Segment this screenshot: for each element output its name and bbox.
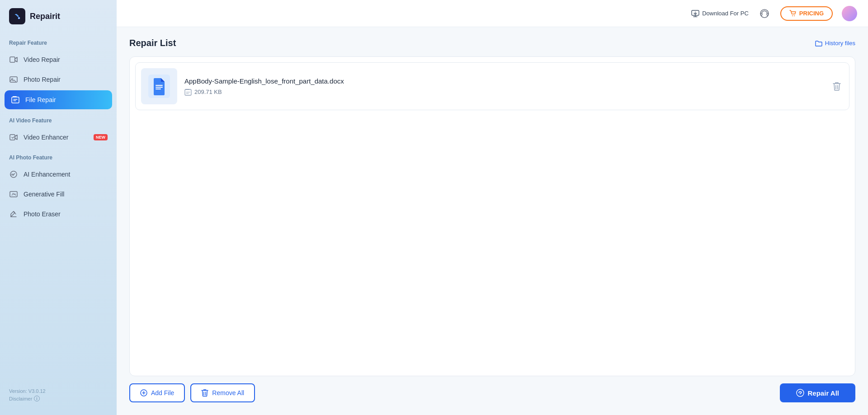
repair-icon: [796, 389, 804, 397]
content-area: Repair List History files: [117, 27, 868, 415]
support-button[interactable]: [758, 7, 771, 20]
header: Download For PC PRICING: [117, 0, 868, 27]
sidebar-item-video-repair[interactable]: Video Repair: [0, 50, 117, 69]
file-size-row: 209.71 KB: [184, 89, 844, 96]
remove-all-label: Remove All: [212, 389, 244, 396]
download-for-pc-button[interactable]: Download For PC: [691, 9, 749, 18]
monitor-icon: [691, 9, 699, 18]
svg-point-17: [794, 15, 795, 16]
svg-text:AI: AI: [11, 173, 14, 176]
sidebar-item-file-repair-label: File Repair: [25, 96, 106, 103]
video-repair-icon: [9, 55, 18, 64]
sidebar-item-video-repair-label: Video Repair: [24, 56, 108, 63]
file-thumbnail: [141, 68, 177, 104]
sidebar-item-generative-fill[interactable]: Generative Fill: [0, 185, 117, 204]
history-files-button[interactable]: History files: [815, 40, 855, 47]
section-label-ai-photo: AI Photo Feature: [0, 147, 117, 164]
sidebar: Repairit Repair Feature Video Repair Pho…: [0, 0, 117, 415]
svg-rect-2: [10, 57, 15, 62]
video-enhancer-icon: [9, 133, 18, 142]
add-file-label: Add File: [151, 389, 174, 396]
file-list-area: AppBody-Sample-English_lose_front_part_d…: [129, 56, 855, 376]
version-label: Version: V3.0.12: [9, 388, 108, 394]
disclaimer-label: Disclaimer: [9, 396, 32, 401]
sidebar-item-photo-eraser-label: Photo Eraser: [24, 210, 108, 218]
docx-file-icon: [148, 75, 170, 98]
remove-all-button[interactable]: Remove All: [190, 383, 255, 402]
generative-fill-icon: [9, 190, 18, 199]
delete-file-button[interactable]: [831, 80, 843, 93]
sidebar-item-video-enhancer[interactable]: Video Enhancer NEW: [0, 128, 117, 147]
sidebar-item-photo-repair[interactable]: Photo Repair: [0, 70, 117, 89]
sidebar-item-photo-repair-label: Photo Repair: [24, 76, 108, 83]
pricing-button[interactable]: PRICING: [780, 6, 833, 21]
history-files-label: History files: [825, 40, 855, 47]
svg-rect-6: [12, 97, 19, 103]
file-size: 209.71 KB: [194, 89, 222, 95]
photo-eraser-icon: [9, 210, 18, 219]
repair-all-label: Repair All: [808, 389, 839, 397]
sidebar-item-photo-eraser[interactable]: Photo Eraser: [0, 205, 117, 224]
bottom-bar: Add File Remove All Repair All: [129, 376, 855, 404]
repair-all-button[interactable]: Repair All: [780, 383, 855, 402]
file-name: AppBody-Sample-English_lose_front_part_d…: [184, 77, 844, 85]
headset-icon: [760, 9, 769, 19]
file-repair-icon: [11, 95, 20, 104]
folder-icon: [815, 40, 822, 47]
svg-point-16: [792, 15, 793, 16]
photo-repair-icon: [9, 75, 18, 84]
sidebar-footer: Version: V3.0.12 Disclaimer: [0, 384, 117, 406]
svg-rect-7: [10, 135, 15, 140]
bottom-left-actions: Add File Remove All: [129, 383, 255, 402]
app-name: Repairit: [30, 12, 60, 21]
table-row: AppBody-Sample-English_lose_front_part_d…: [135, 62, 849, 110]
sidebar-item-ai-enhancement-label: AI Enhancement: [24, 171, 108, 178]
section-label-ai-video: AI Video Feature: [0, 110, 117, 127]
logo-area[interactable]: Repairit: [0, 0, 117, 33]
sidebar-item-ai-enhancement[interactable]: AI AI Enhancement: [0, 165, 117, 184]
add-icon: [140, 389, 147, 396]
trash-icon: [833, 82, 841, 91]
remove-all-icon: [201, 389, 208, 397]
repair-list-title: Repair List: [129, 38, 176, 48]
main-content: Download For PC PRICING Repair List: [117, 0, 868, 415]
download-label: Download For PC: [702, 10, 749, 17]
new-badge: NEW: [94, 134, 108, 140]
sidebar-item-file-repair[interactable]: File Repair: [5, 90, 112, 109]
ai-enhancement-icon: AI: [9, 170, 18, 179]
info-icon: [34, 396, 40, 401]
pricing-label: PRICING: [799, 10, 824, 17]
svg-rect-3: [10, 77, 17, 82]
file-size-icon: [184, 89, 192, 96]
sidebar-item-video-enhancer-label: Video Enhancer: [24, 134, 88, 141]
content-header: Repair List History files: [129, 38, 855, 48]
sidebar-item-generative-fill-label: Generative Fill: [24, 191, 108, 198]
file-info: AppBody-Sample-English_lose_front_part_d…: [184, 77, 844, 96]
app-logo-icon: [9, 8, 25, 24]
section-label-repair-feature: Repair Feature: [0, 33, 117, 50]
user-avatar[interactable]: [842, 6, 857, 21]
add-file-button[interactable]: Add File: [129, 383, 185, 402]
disclaimer-row[interactable]: Disclaimer: [9, 396, 108, 401]
cart-icon: [789, 10, 797, 17]
